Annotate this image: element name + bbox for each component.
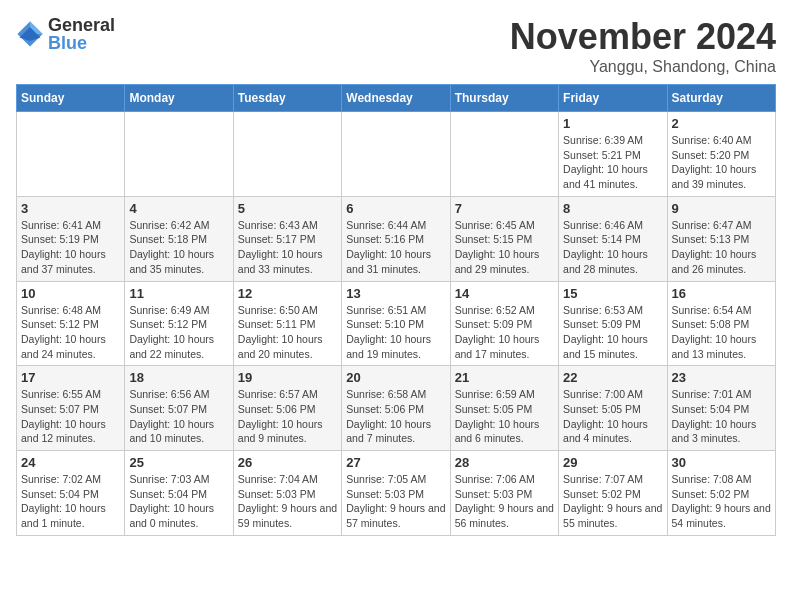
day-info: Sunrise: 7:07 AMSunset: 5:02 PMDaylight:… bbox=[563, 472, 662, 531]
calendar-cell: 19Sunrise: 6:57 AMSunset: 5:06 PMDayligh… bbox=[233, 366, 341, 451]
week-row-0: 1Sunrise: 6:39 AMSunset: 5:21 PMDaylight… bbox=[17, 112, 776, 197]
logo-icon bbox=[16, 20, 44, 48]
day-info: Sunrise: 7:02 AMSunset: 5:04 PMDaylight:… bbox=[21, 472, 120, 531]
day-number: 2 bbox=[672, 116, 771, 131]
day-info: Sunrise: 6:43 AMSunset: 5:17 PMDaylight:… bbox=[238, 218, 337, 277]
day-number: 23 bbox=[672, 370, 771, 385]
weekday-header-monday: Monday bbox=[125, 85, 233, 112]
calendar-cell: 1Sunrise: 6:39 AMSunset: 5:21 PMDaylight… bbox=[559, 112, 667, 197]
day-info: Sunrise: 7:00 AMSunset: 5:05 PMDaylight:… bbox=[563, 387, 662, 446]
day-number: 13 bbox=[346, 286, 445, 301]
day-info: Sunrise: 6:39 AMSunset: 5:21 PMDaylight:… bbox=[563, 133, 662, 192]
logo-text-blue: Blue bbox=[48, 33, 87, 53]
day-info: Sunrise: 7:08 AMSunset: 5:02 PMDaylight:… bbox=[672, 472, 771, 531]
day-number: 11 bbox=[129, 286, 228, 301]
day-info: Sunrise: 6:50 AMSunset: 5:11 PMDaylight:… bbox=[238, 303, 337, 362]
day-info: Sunrise: 6:52 AMSunset: 5:09 PMDaylight:… bbox=[455, 303, 554, 362]
week-row-2: 10Sunrise: 6:48 AMSunset: 5:12 PMDayligh… bbox=[17, 281, 776, 366]
day-number: 12 bbox=[238, 286, 337, 301]
day-number: 1 bbox=[563, 116, 662, 131]
calendar-cell: 28Sunrise: 7:06 AMSunset: 5:03 PMDayligh… bbox=[450, 451, 558, 536]
day-info: Sunrise: 7:01 AMSunset: 5:04 PMDaylight:… bbox=[672, 387, 771, 446]
day-info: Sunrise: 6:40 AMSunset: 5:20 PMDaylight:… bbox=[672, 133, 771, 192]
calendar-cell: 27Sunrise: 7:05 AMSunset: 5:03 PMDayligh… bbox=[342, 451, 450, 536]
day-number: 29 bbox=[563, 455, 662, 470]
day-number: 3 bbox=[21, 201, 120, 216]
day-number: 7 bbox=[455, 201, 554, 216]
calendar-cell bbox=[233, 112, 341, 197]
week-row-3: 17Sunrise: 6:55 AMSunset: 5:07 PMDayligh… bbox=[17, 366, 776, 451]
day-info: Sunrise: 6:44 AMSunset: 5:16 PMDaylight:… bbox=[346, 218, 445, 277]
day-number: 4 bbox=[129, 201, 228, 216]
day-number: 28 bbox=[455, 455, 554, 470]
day-info: Sunrise: 6:47 AMSunset: 5:13 PMDaylight:… bbox=[672, 218, 771, 277]
calendar-cell: 26Sunrise: 7:04 AMSunset: 5:03 PMDayligh… bbox=[233, 451, 341, 536]
calendar-cell: 5Sunrise: 6:43 AMSunset: 5:17 PMDaylight… bbox=[233, 196, 341, 281]
day-number: 25 bbox=[129, 455, 228, 470]
calendar-cell: 4Sunrise: 6:42 AMSunset: 5:18 PMDaylight… bbox=[125, 196, 233, 281]
day-number: 24 bbox=[21, 455, 120, 470]
day-number: 15 bbox=[563, 286, 662, 301]
calendar-cell: 29Sunrise: 7:07 AMSunset: 5:02 PMDayligh… bbox=[559, 451, 667, 536]
calendar-cell: 17Sunrise: 6:55 AMSunset: 5:07 PMDayligh… bbox=[17, 366, 125, 451]
calendar-cell: 16Sunrise: 6:54 AMSunset: 5:08 PMDayligh… bbox=[667, 281, 775, 366]
header: General Blue November 2024 Yanggu, Shand… bbox=[16, 16, 776, 76]
day-info: Sunrise: 6:59 AMSunset: 5:05 PMDaylight:… bbox=[455, 387, 554, 446]
day-info: Sunrise: 7:05 AMSunset: 5:03 PMDaylight:… bbox=[346, 472, 445, 531]
day-info: Sunrise: 6:55 AMSunset: 5:07 PMDaylight:… bbox=[21, 387, 120, 446]
calendar-cell: 11Sunrise: 6:49 AMSunset: 5:12 PMDayligh… bbox=[125, 281, 233, 366]
weekday-header-thursday: Thursday bbox=[450, 85, 558, 112]
day-info: Sunrise: 6:51 AMSunset: 5:10 PMDaylight:… bbox=[346, 303, 445, 362]
calendar-cell: 9Sunrise: 6:47 AMSunset: 5:13 PMDaylight… bbox=[667, 196, 775, 281]
day-info: Sunrise: 7:04 AMSunset: 5:03 PMDaylight:… bbox=[238, 472, 337, 531]
calendar-cell: 20Sunrise: 6:58 AMSunset: 5:06 PMDayligh… bbox=[342, 366, 450, 451]
week-row-1: 3Sunrise: 6:41 AMSunset: 5:19 PMDaylight… bbox=[17, 196, 776, 281]
calendar-cell: 10Sunrise: 6:48 AMSunset: 5:12 PMDayligh… bbox=[17, 281, 125, 366]
calendar-cell bbox=[342, 112, 450, 197]
logo-text-general: General bbox=[48, 15, 115, 35]
calendar-cell: 7Sunrise: 6:45 AMSunset: 5:15 PMDaylight… bbox=[450, 196, 558, 281]
calendar-cell: 30Sunrise: 7:08 AMSunset: 5:02 PMDayligh… bbox=[667, 451, 775, 536]
calendar-cell: 8Sunrise: 6:46 AMSunset: 5:14 PMDaylight… bbox=[559, 196, 667, 281]
month-title: November 2024 bbox=[510, 16, 776, 58]
day-number: 14 bbox=[455, 286, 554, 301]
calendar-cell: 12Sunrise: 6:50 AMSunset: 5:11 PMDayligh… bbox=[233, 281, 341, 366]
weekday-header-friday: Friday bbox=[559, 85, 667, 112]
day-number: 8 bbox=[563, 201, 662, 216]
day-info: Sunrise: 6:56 AMSunset: 5:07 PMDaylight:… bbox=[129, 387, 228, 446]
weekday-header-wednesday: Wednesday bbox=[342, 85, 450, 112]
day-info: Sunrise: 6:46 AMSunset: 5:14 PMDaylight:… bbox=[563, 218, 662, 277]
day-info: Sunrise: 6:53 AMSunset: 5:09 PMDaylight:… bbox=[563, 303, 662, 362]
weekday-header-saturday: Saturday bbox=[667, 85, 775, 112]
title-area: November 2024 Yanggu, Shandong, China bbox=[510, 16, 776, 76]
day-number: 26 bbox=[238, 455, 337, 470]
day-info: Sunrise: 6:48 AMSunset: 5:12 PMDaylight:… bbox=[21, 303, 120, 362]
calendar-cell: 15Sunrise: 6:53 AMSunset: 5:09 PMDayligh… bbox=[559, 281, 667, 366]
calendar-header: SundayMondayTuesdayWednesdayThursdayFrid… bbox=[17, 85, 776, 112]
day-number: 9 bbox=[672, 201, 771, 216]
calendar-cell: 21Sunrise: 6:59 AMSunset: 5:05 PMDayligh… bbox=[450, 366, 558, 451]
calendar-cell bbox=[125, 112, 233, 197]
logo: General Blue bbox=[16, 16, 115, 52]
day-number: 17 bbox=[21, 370, 120, 385]
calendar-cell: 25Sunrise: 7:03 AMSunset: 5:04 PMDayligh… bbox=[125, 451, 233, 536]
calendar-cell: 24Sunrise: 7:02 AMSunset: 5:04 PMDayligh… bbox=[17, 451, 125, 536]
day-info: Sunrise: 6:42 AMSunset: 5:18 PMDaylight:… bbox=[129, 218, 228, 277]
day-info: Sunrise: 6:57 AMSunset: 5:06 PMDaylight:… bbox=[238, 387, 337, 446]
day-number: 18 bbox=[129, 370, 228, 385]
location-title: Yanggu, Shandong, China bbox=[510, 58, 776, 76]
calendar-cell: 6Sunrise: 6:44 AMSunset: 5:16 PMDaylight… bbox=[342, 196, 450, 281]
day-number: 10 bbox=[21, 286, 120, 301]
day-number: 27 bbox=[346, 455, 445, 470]
week-row-4: 24Sunrise: 7:02 AMSunset: 5:04 PMDayligh… bbox=[17, 451, 776, 536]
day-number: 16 bbox=[672, 286, 771, 301]
day-number: 20 bbox=[346, 370, 445, 385]
day-number: 22 bbox=[563, 370, 662, 385]
day-info: Sunrise: 6:49 AMSunset: 5:12 PMDaylight:… bbox=[129, 303, 228, 362]
calendar-cell: 13Sunrise: 6:51 AMSunset: 5:10 PMDayligh… bbox=[342, 281, 450, 366]
day-number: 21 bbox=[455, 370, 554, 385]
weekday-header-sunday: Sunday bbox=[17, 85, 125, 112]
calendar-cell: 2Sunrise: 6:40 AMSunset: 5:20 PMDaylight… bbox=[667, 112, 775, 197]
day-info: Sunrise: 6:45 AMSunset: 5:15 PMDaylight:… bbox=[455, 218, 554, 277]
day-info: Sunrise: 7:06 AMSunset: 5:03 PMDaylight:… bbox=[455, 472, 554, 531]
